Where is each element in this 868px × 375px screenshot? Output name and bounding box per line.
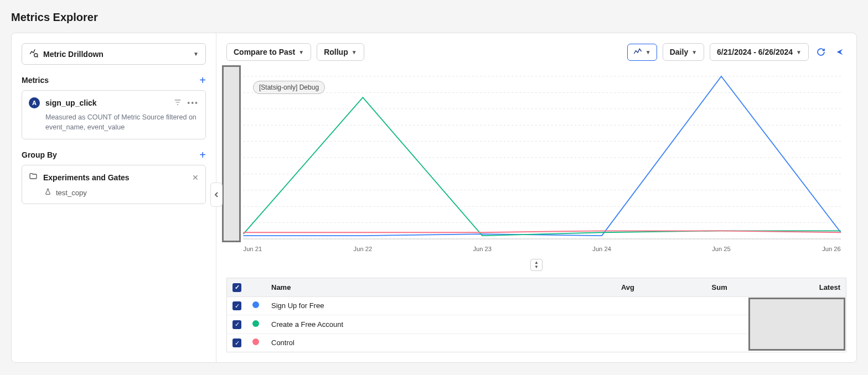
granularity-label: Daily <box>670 48 688 56</box>
page-title: Metrics Explorer <box>11 11 857 24</box>
chevron-down-icon: ▼ <box>193 51 199 57</box>
refresh-button[interactable] <box>814 45 828 59</box>
date-range-label: 6/21/2024 - 6/26/2024 <box>717 48 793 56</box>
row-checkbox[interactable]: ✓ <box>232 301 241 310</box>
metrics-section-title: Metrics <box>22 76 49 85</box>
main-panel: Compare to Past ▼ Rollup ▼ ▼ <box>216 33 856 362</box>
rollup-label: Rollup <box>324 48 348 56</box>
add-metric-button[interactable]: + <box>199 75 206 86</box>
chart-type-button[interactable]: ▼ <box>627 44 657 61</box>
granularity-button[interactable]: Daily ▼ <box>663 43 704 61</box>
row-checkbox[interactable]: ✓ <box>232 338 241 347</box>
svg-text:Jun 26: Jun 26 <box>822 246 841 252</box>
row-checkbox[interactable]: ✓ <box>232 320 241 329</box>
col-sum: Sum <box>640 278 733 297</box>
rollup-button[interactable]: Rollup ▼ <box>317 43 364 61</box>
add-groupby-button[interactable]: + <box>199 149 206 160</box>
groupby-section-head: Group By + <box>22 149 206 160</box>
metric-badge: A <box>29 97 40 108</box>
collapse-sidebar-button[interactable] <box>210 183 223 207</box>
flask-icon <box>44 188 51 197</box>
redacted-y-axis <box>222 65 241 242</box>
mode-select[interactable]: Metric Drilldown ▼ <box>22 43 206 65</box>
share-button[interactable] <box>833 45 846 59</box>
compare-to-past-button[interactable]: Compare to Past ▼ <box>226 43 311 61</box>
series-name: Create a Free Account <box>266 315 555 334</box>
svg-text:Jun 21: Jun 21 <box>244 246 262 252</box>
series-name: Control <box>266 334 555 352</box>
groupby-card[interactable]: Experiments and Gates ✕ test_copy <box>22 165 206 204</box>
groupby-name: Experiments and Gates <box>43 173 187 182</box>
debug-pill[interactable]: [Statsig-only] Debug <box>253 81 325 94</box>
col-name: Name <box>266 278 555 297</box>
svg-text:Jun 23: Jun 23 <box>473 246 492 252</box>
col-latest: Latest <box>733 278 846 297</box>
redacted-values <box>748 298 845 351</box>
compare-label: Compare to Past <box>234 48 295 56</box>
svg-text:Jun 24: Jun 24 <box>592 246 611 252</box>
chevron-down-icon: ▼ <box>352 49 357 55</box>
resize-handle[interactable]: ▲ ▼ <box>530 259 542 271</box>
chart-area: [Statsig-only] Debug Jun 21Jun 22Jun 23J… <box>226 67 846 256</box>
remove-groupby-button[interactable]: ✕ <box>192 173 199 182</box>
filter-icon[interactable] <box>174 98 182 108</box>
line-chart-icon <box>633 48 642 57</box>
chevron-down-icon: ▼ <box>691 49 697 55</box>
series-name: Sign Up for Free <box>266 296 555 315</box>
chevron-down-icon: ▼ <box>298 49 304 55</box>
metric-name: sign_up_click <box>45 98 168 107</box>
toolbar: Compare to Past ▼ Rollup ▼ ▼ <box>226 43 846 61</box>
more-icon[interactable]: ••• <box>187 98 199 107</box>
chevron-down-icon: ▼ <box>796 49 802 55</box>
groupby-section-title: Group By <box>22 150 57 159</box>
series-color-dot <box>252 338 259 345</box>
metrics-section-head: Metrics + <box>22 75 206 86</box>
svg-point-0 <box>34 54 38 57</box>
folder-icon <box>29 172 38 183</box>
date-range-button[interactable]: 6/21/2024 - 6/26/2024 ▼ <box>710 43 809 61</box>
select-all-checkbox[interactable]: ✓ <box>232 283 241 292</box>
sidebar: Metric Drilldown ▼ Metrics + A sign_up_c… <box>12 33 216 362</box>
chevron-down-icon: ▼ <box>534 265 539 269</box>
mode-select-label: Metric Drilldown <box>43 50 104 59</box>
series-color-dot <box>252 320 259 327</box>
metric-card[interactable]: A sign_up_click ••• Measured as COUNT of… <box>22 90 206 139</box>
explorer-container: Metric Drilldown ▼ Metrics + A sign_up_c… <box>11 33 857 363</box>
svg-text:Jun 22: Jun 22 <box>354 246 373 252</box>
series-color-dot <box>252 301 259 308</box>
groupby-sub: test_copy <box>56 189 87 197</box>
line-chart[interactable]: Jun 21Jun 22Jun 23Jun 24Jun 25Jun 26 <box>226 67 846 256</box>
chevron-down-icon: ▼ <box>645 49 651 55</box>
metric-description: Measured as COUNT of Metric Source filte… <box>29 113 199 132</box>
svg-text:Jun 25: Jun 25 <box>712 246 731 252</box>
drilldown-icon <box>29 48 39 60</box>
col-avg: Avg <box>555 278 640 297</box>
